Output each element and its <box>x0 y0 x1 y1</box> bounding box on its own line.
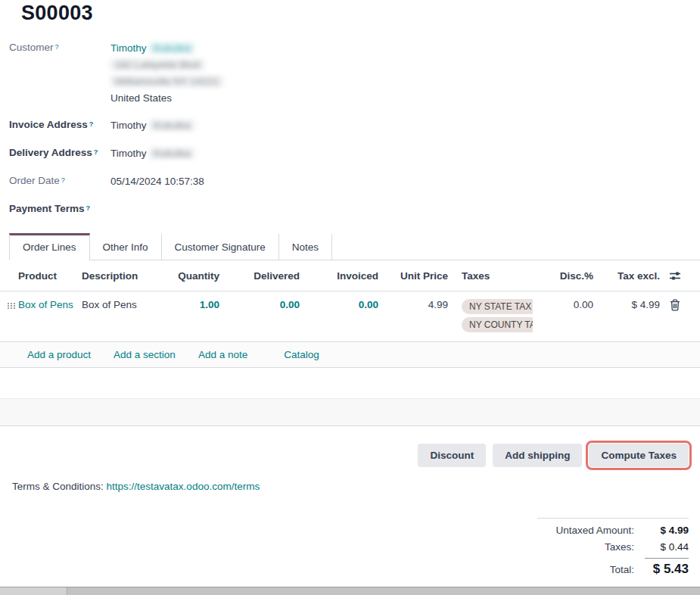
field-payment-terms: Payment Terms? <box>9 201 700 217</box>
tax-tag[interactable]: NY COUNTY TAX <box>462 317 533 332</box>
list-footer-links: Add a product Add a section Add a note C… <box>0 342 700 368</box>
cell-taxes[interactable]: NY STATE TAX NY COUNTY TAX <box>448 299 533 335</box>
order-lines-table: Product Description Quantity Delivered I… <box>0 260 700 426</box>
customer-label-text: Customer <box>9 42 54 53</box>
header-fields: Customer? Timothy Kukulka 182 Lafayette … <box>9 40 700 217</box>
col-disc: Disc.% <box>533 270 593 282</box>
help-icon: ? <box>55 43 59 51</box>
invoice-address-value[interactable]: Timothy Kukulka <box>110 117 194 134</box>
cell-invoiced[interactable]: 0.00 <box>300 299 378 310</box>
empty-row <box>0 399 700 426</box>
col-unit-price: Unit Price <box>378 270 448 282</box>
table-row: Box of Pens Box of Pens 1.00 0.00 0.00 4… <box>0 291 700 342</box>
order-date-label: Order Date? <box>9 173 110 188</box>
help-icon: ? <box>61 176 65 184</box>
page-title: S00003 <box>21 2 700 25</box>
untaxed-amount-label: Untaxed Amount: <box>537 525 645 536</box>
untaxed-amount-row: Untaxed Amount: $ 4.99 <box>537 525 689 536</box>
col-description: Description <box>82 270 171 282</box>
order-date-text[interactable]: 05/14/2024 10:57:38 <box>110 176 204 187</box>
empty-row <box>0 368 700 399</box>
discount-button[interactable]: Discount <box>418 444 486 467</box>
field-customer: Customer? Timothy Kukulka 182 Lafayette … <box>9 40 700 107</box>
invoice-address-name[interactable]: Timothy <box>110 120 147 131</box>
customer-name-redacted: Kukulka <box>149 42 194 54</box>
taxes-label: Taxes: <box>537 541 645 553</box>
total-label: Total: <box>537 564 645 575</box>
total-row: Total: $ 5.43 <box>537 558 689 577</box>
delivery-address-redacted: Kukulka <box>149 148 194 159</box>
add-shipping-button[interactable]: Add shipping <box>493 444 582 467</box>
untaxed-amount-value: $ 4.99 <box>645 525 689 536</box>
optional-columns-button[interactable] <box>668 270 682 282</box>
tab-notes[interactable]: Notes <box>279 234 332 260</box>
payment-terms-label-text: Payment Terms <box>9 203 85 214</box>
delivery-address-label: Delivery Address? <box>9 145 110 160</box>
drag-handle-icon[interactable] <box>8 303 18 309</box>
customer-address-line2: Williamsville NY 14221 <box>110 76 223 87</box>
order-action-buttons: Discount Add shipping Compute Taxes <box>0 441 689 469</box>
customer-value: Timothy Kukulka 182 Lafayette Blvd Willi… <box>110 40 223 107</box>
cell-tax-excl: $ 4.99 <box>593 299 660 310</box>
total-value: $ 5.43 <box>645 558 689 577</box>
payment-terms-label: Payment Terms? <box>9 201 110 217</box>
terms-and-conditions: Terms & Conditions: https://testavatax.o… <box>12 481 700 492</box>
field-delivery-address: Delivery Address? Timothy Kukulka <box>9 145 700 162</box>
terms-link[interactable]: https://testavatax.odoo.com/terms <box>107 481 260 492</box>
taxes-value: $ 0.44 <box>645 541 689 553</box>
add-a-note-link[interactable]: Add a note <box>198 349 247 360</box>
delivery-address-label-text: Delivery Address <box>9 147 92 158</box>
totals-block: Untaxed Amount: $ 4.99 Taxes: $ 0.44 Tot… <box>537 518 689 577</box>
cell-product-link[interactable]: Box of Pens <box>18 299 73 310</box>
bottom-scrollbar[interactable] <box>0 587 700 595</box>
sale-order-form: S00003 Customer? Timothy Kukulka 182 Laf… <box>0 0 700 595</box>
col-delivered: Delivered <box>219 270 300 282</box>
col-quantity: Quantity <box>171 270 219 282</box>
help-icon: ? <box>86 204 91 212</box>
order-lines-header: Product Description Quantity Delivered I… <box>0 260 700 291</box>
order-date-value[interactable]: 05/14/2024 10:57:38 <box>110 173 204 190</box>
terms-label: Terms & Conditions: <box>12 481 104 492</box>
add-a-product-link[interactable]: Add a product <box>27 349 91 360</box>
customer-address-line1: 182 Lafayette Blvd <box>110 59 204 70</box>
add-a-section-link[interactable]: Add a section <box>114 349 176 360</box>
delivery-address-value[interactable]: Timothy Kukulka <box>110 145 194 162</box>
taxes-row: Taxes: $ 0.44 <box>537 541 689 553</box>
col-invoiced: Invoiced <box>300 270 378 282</box>
notebook-tabs: Order Lines Other Info Customer Signatur… <box>9 233 700 260</box>
invoice-address-redacted: Kukulka <box>149 120 194 131</box>
cell-quantity[interactable]: 1.00 <box>171 299 219 310</box>
order-date-label-text: Order Date <box>9 175 60 186</box>
invoice-address-label-text: Invoice Address <box>9 119 88 130</box>
field-order-date: Order Date? 05/14/2024 10:57:38 <box>9 173 700 190</box>
delete-row-button[interactable] <box>670 299 680 311</box>
col-taxes: Taxes <box>448 270 533 282</box>
cell-disc[interactable]: 0.00 <box>533 299 593 310</box>
help-icon: ? <box>94 148 98 156</box>
col-tax-excl: Tax excl. <box>593 270 660 282</box>
customer-country: United States <box>110 92 172 104</box>
cell-delivered[interactable]: 0.00 <box>219 299 300 310</box>
customer-label: Customer? <box>9 40 110 55</box>
compute-taxes-button[interactable]: Compute Taxes <box>589 444 689 467</box>
tab-other-info[interactable]: Other Info <box>90 234 162 260</box>
cell-description[interactable]: Box of Pens <box>82 299 171 310</box>
help-icon: ? <box>89 120 94 128</box>
trash-icon <box>670 299 680 311</box>
field-invoice-address: Invoice Address? Timothy Kukulka <box>9 117 700 134</box>
delivery-address-name[interactable]: Timothy <box>110 148 147 159</box>
tab-customer-signature[interactable]: Customer Signature <box>162 234 279 260</box>
scrollbar-track-segment <box>0 587 67 595</box>
sliders-icon <box>668 270 682 282</box>
catalog-link[interactable]: Catalog <box>284 349 319 360</box>
col-product: Product <box>18 270 82 282</box>
customer-name-link[interactable]: Timothy <box>110 42 147 54</box>
invoice-address-label: Invoice Address? <box>9 117 110 132</box>
tab-order-lines[interactable]: Order Lines <box>9 233 90 260</box>
cell-unit-price[interactable]: 4.99 <box>378 299 448 310</box>
tax-tag[interactable]: NY STATE TAX <box>462 299 533 314</box>
